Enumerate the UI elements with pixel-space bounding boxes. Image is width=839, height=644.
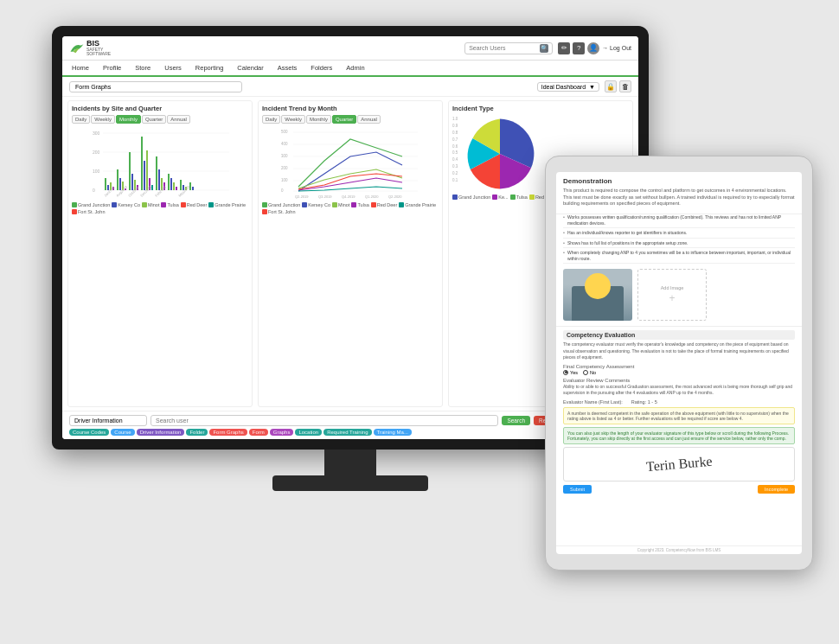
search-box[interactable]: 🔍 (464, 42, 553, 54)
tag-training-ma[interactable]: Training Ma... (374, 429, 412, 436)
search-input[interactable] (469, 45, 538, 51)
topbar-icons: ✏ ? 👤 → Log Out (558, 42, 631, 54)
legend3-grand-junction: Grand Junction (452, 194, 490, 200)
tag-driver-info[interactable]: Driver Information (137, 429, 185, 436)
chart-incidents-by-site: Incidents by Site and Quarter Daily Week… (67, 100, 253, 407)
tablet-competency-section: Competency Evaluation The competency eva… (556, 327, 802, 545)
tablet-form-row-2: • Has an individual/knows reporter to ge… (563, 230, 795, 239)
logout-button[interactable]: → Log Out (602, 45, 631, 51)
radio-no-label: No (590, 370, 596, 375)
chart1-tab-monthly[interactable]: Monthly (116, 115, 141, 124)
final-assessment-radio-row: Yes No (563, 370, 795, 375)
legend-red-deer: Red Deer (181, 202, 208, 207)
svg-rect-37 (192, 187, 194, 190)
radio-yes[interactable]: Yes (563, 370, 578, 375)
chart2-title: Incident Trend by Month (262, 105, 439, 112)
chart2-tab-quarter[interactable]: Quarter (332, 115, 356, 124)
chart2-tab-annual[interactable]: Annual (357, 115, 381, 124)
svg-rect-12 (117, 169, 118, 190)
legend2-fort-st-john: Fort St. John (262, 209, 296, 214)
svg-text:Q4-2019: Q4-2019 (342, 194, 355, 199)
driver-info-input[interactable]: Driver Information (69, 415, 147, 426)
nav-item-reporting[interactable]: Reporting (193, 62, 227, 75)
dashboard-header: Form Graphs Ideal Dashboard ▼ 🔒 🗑 (62, 77, 638, 97)
radio-yes-circle (563, 370, 568, 375)
search-button[interactable]: 🔍 (540, 44, 548, 53)
svg-text:Q2-2020: Q2-2020 (388, 194, 402, 199)
tag-graphs[interactable]: Graphs (270, 429, 294, 436)
nav-item-admin[interactable]: Admin (343, 62, 367, 75)
chart3-title: Incident Type (452, 105, 629, 112)
tablet: Demonstration This product is required t… (545, 156, 813, 571)
tablet-form-row-1: • Works possesses written qualification/… (563, 214, 795, 228)
dashboard-select[interactable]: Ideal Dashboard ▼ (537, 82, 599, 92)
tablet-form-rows: • Works possesses written qualification/… (556, 214, 802, 264)
legend-tulsa: Tulsa (161, 202, 178, 207)
chart2-tab-monthly[interactable]: Monthly (306, 115, 331, 124)
tablet-header-desc: This product is required to compose the … (563, 188, 795, 207)
nav-item-folders[interactable]: Folders (308, 62, 335, 75)
tablet-footer: Copyright 2023. CompetencyNow from BIS L… (556, 545, 802, 554)
lock-icon[interactable]: 🔒 (605, 80, 617, 92)
svg-text:200: 200 (93, 150, 100, 155)
legend2-red-deer: Red Deer (371, 202, 398, 207)
chart1-tab-quarter[interactable]: Quarter (142, 115, 166, 124)
chart1-tab-daily[interactable]: Daily (72, 115, 90, 124)
tag-location[interactable]: Location (295, 429, 322, 436)
chart1-tabs: Daily Weekly Monthly Quarter Annual (72, 115, 248, 124)
tag-folder[interactable]: Folder (186, 429, 208, 436)
edit-icon[interactable]: ✏ (558, 42, 570, 54)
nav-item-assets[interactable]: Assets (275, 62, 300, 75)
chart2-tab-weekly[interactable]: Weekly (281, 115, 305, 124)
tag-course[interactable]: Course (111, 429, 134, 436)
logo-sub-text: SAFETYSOFTWARE (86, 48, 111, 56)
bar-chart-svg: 300 200 100 0 (72, 126, 248, 200)
chart1-tab-weekly[interactable]: Weekly (91, 115, 115, 124)
tablet-submit-button[interactable]: Submit (563, 485, 592, 494)
bullet-icon-3: • (563, 240, 565, 245)
help-icon[interactable]: ? (573, 42, 585, 54)
pie-chart-svg (461, 115, 539, 193)
nav-item-users[interactable]: Users (162, 62, 184, 75)
chart3-y-axis: 1.0 0.9 0.8 0.7 0.6 0.5 0.4 0.3 0.2 0. (452, 115, 458, 184)
tag-required-training[interactable]: Required Training (323, 429, 371, 436)
radio-no[interactable]: No (583, 370, 596, 375)
bullet-icon-1: • (563, 214, 565, 220)
logo-text-block: BIS SAFETYSOFTWARE (86, 40, 111, 56)
svg-rect-25 (156, 156, 157, 190)
user-avatar-icon[interactable]: 👤 (587, 42, 599, 54)
tablet-cancel-button[interactable]: Incomplete (758, 485, 795, 494)
nav-item-home[interactable]: Home (69, 62, 92, 75)
green-info-box: You can also just skip the length of you… (563, 427, 795, 444)
tag-course-codes[interactable]: Course Codes (69, 429, 109, 436)
chart1-tab-annual[interactable]: Annual (167, 115, 190, 124)
add-image-plus-icon: + (669, 292, 675, 304)
tag-form-graphs[interactable]: Form Graphs (209, 429, 247, 436)
tablet-mid-section: Add Image + (556, 264, 802, 327)
tag-form[interactable]: Form (249, 429, 268, 436)
nav-item-store[interactable]: Store (132, 62, 153, 75)
nav-item-profile[interactable]: Profile (100, 62, 124, 75)
svg-rect-22 (146, 150, 148, 190)
svg-rect-30 (170, 178, 172, 190)
radio-yes-label: Yes (570, 370, 578, 375)
legend2-tulsa: Tulsa (351, 202, 368, 207)
svg-text:300: 300 (93, 131, 100, 136)
svg-rect-8 (105, 178, 106, 190)
svg-text:400: 400 (281, 142, 288, 146)
svg-rect-16 (129, 152, 131, 190)
topbar: BIS SAFETYSOFTWARE 🔍 ✏ ? 👤 (62, 36, 638, 61)
legend2-kersey: Kersey Co (302, 202, 330, 207)
nav-item-calendar[interactable]: Calendar (234, 62, 266, 75)
svg-rect-32 (176, 187, 177, 190)
form-name-input[interactable]: Form Graphs (69, 81, 242, 92)
signature-area[interactable]: Terin Burke (563, 447, 795, 481)
search-user-input[interactable] (151, 415, 498, 426)
search-button[interactable]: Search (502, 416, 530, 425)
svg-rect-33 (180, 180, 182, 190)
dropdown-arrow-icon: ▼ (589, 84, 595, 90)
delete-icon[interactable]: 🗑 (619, 80, 631, 92)
chart2-tab-daily[interactable]: Daily (262, 115, 280, 124)
legend-minot: Minot (142, 202, 159, 207)
add-image-placeholder[interactable]: Add Image + (637, 269, 707, 321)
